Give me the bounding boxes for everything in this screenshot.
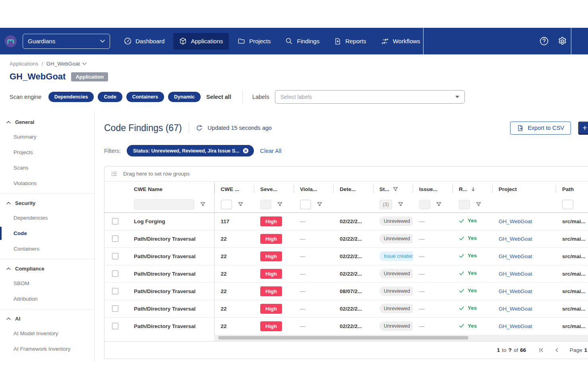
reachability-filter-input[interactable] [459, 200, 470, 209]
nav-items: Dashboard Applications Projects Findings… [118, 33, 426, 50]
cwe-name-filter-menu[interactable] [200, 202, 205, 207]
first-page-button[interactable] [539, 348, 544, 353]
previous-page-button[interactable] [554, 348, 559, 353]
status-filter-chip[interactable]: Status: Unreviewed, Reviewed, Jira Issue… [127, 145, 254, 156]
breadcrumb-applications[interactable]: Applications [10, 61, 39, 67]
add-button[interactable]: + [578, 122, 588, 135]
product-dropdown[interactable]: Guardians [23, 34, 110, 49]
status-filter-menu[interactable] [398, 202, 403, 207]
clear-all-filters-link[interactable]: Clear All [260, 148, 281, 154]
issue-filter-menu[interactable] [436, 202, 441, 207]
detected-date-cell: 02/22/2... [333, 317, 373, 335]
row-group-dropzone[interactable]: Drag here to set row groups [104, 166, 588, 182]
scan-engine-chip[interactable]: Dynamic [168, 92, 201, 102]
sidebar-section-header-security[interactable]: Security [0, 195, 94, 210]
status-filter-input[interactable] [379, 200, 392, 209]
column-header-project[interactable]: Project [492, 182, 556, 197]
column-header-reachability[interactable]: R... [453, 182, 492, 197]
nav-item-label: Dashboard [135, 38, 164, 44]
sidebar-section-header-ai[interactable]: AI [0, 311, 94, 326]
row-checkbox[interactable] [112, 253, 118, 259]
nav-item[interactable]: Dashboard [118, 33, 170, 50]
column-header-status[interactable]: St... [373, 182, 413, 197]
nav-item-label: Workflows [393, 38, 420, 44]
project-link[interactable]: GH_WebGoat [499, 236, 532, 242]
sidebar-item[interactable]: Containers [0, 241, 94, 257]
scan-engine-chip[interactable]: Code [98, 92, 122, 102]
help-button[interactable] [539, 36, 549, 46]
row-checkbox[interactable] [112, 323, 118, 329]
status-badge: Unreviewed [379, 269, 413, 278]
labels-select[interactable]: Select labels [275, 90, 465, 104]
sidebar-item[interactable]: Attribution [0, 291, 94, 307]
column-header-issue[interactable]: Issue... [413, 182, 453, 197]
row-checkbox[interactable] [112, 218, 118, 224]
sidebar-item[interactable]: Summary [0, 129, 94, 145]
project-link[interactable]: GH_WebGoat [499, 323, 532, 329]
column-header-path[interactable]: Path [556, 182, 588, 197]
row-checkbox[interactable] [112, 236, 118, 242]
violation-filter-input[interactable] [300, 200, 311, 209]
project-link[interactable]: GH_WebGoat [499, 288, 532, 294]
column-header-severity[interactable]: Seve... [254, 182, 294, 197]
nav-item[interactable]: Applications [173, 33, 229, 50]
severity-filter-input[interactable] [260, 200, 271, 209]
column-header-detected[interactable]: Dete... [333, 182, 373, 197]
scan-engine-chip[interactable]: Dependencies [48, 92, 94, 102]
sidebar-section-header-general[interactable]: General [0, 114, 94, 129]
check-icon [459, 270, 464, 276]
cwe-id-cell: 22 [214, 247, 254, 265]
severity-filter-menu[interactable] [277, 202, 282, 207]
project-link[interactable]: GH_WebGoat [499, 271, 532, 277]
sidebar-item[interactable]: Projects [0, 145, 94, 160]
cwe-name-cell: Path/Directory Traversal [134, 306, 195, 312]
project-link[interactable]: GH_WebGoat [499, 218, 532, 224]
row-checkbox[interactable] [112, 305, 118, 312]
scan-engine-chip[interactable]: Containers [126, 92, 164, 102]
refresh-button[interactable] [196, 125, 203, 131]
project-link[interactable]: GH_WebGoat [499, 306, 532, 312]
sidebar-item[interactable]: Violations [0, 176, 94, 191]
breadcrumb-current[interactable]: GH_WebGoat [46, 61, 87, 67]
sidebar-item[interactable]: Code [0, 226, 94, 241]
cwe-name-filter-input[interactable] [134, 199, 194, 210]
remove-filter-icon[interactable] [243, 148, 249, 154]
nav-item[interactable]: Findings [279, 33, 325, 50]
row-checkbox[interactable] [112, 270, 118, 277]
nav-item[interactable]: Reports [328, 33, 372, 50]
export-csv-button[interactable]: Export to CSV [510, 122, 571, 135]
funnel-icon [476, 202, 481, 207]
cwe-filter-menu[interactable] [238, 202, 243, 207]
detected-date-cell: 08/07/2... [333, 282, 373, 300]
path-filter-input[interactable] [562, 200, 573, 209]
cwe-name-cell: Path/Directory Traversal [134, 271, 195, 277]
sidebar-item[interactable]: Scans [0, 160, 94, 176]
nav-item[interactable]: Workflows [375, 33, 426, 50]
mend-logo[interactable] [5, 35, 17, 47]
sidebar-item[interactable]: Dependencies [0, 210, 94, 226]
select-all-button[interactable]: Select all [206, 94, 231, 100]
labels-label: Labels [252, 94, 269, 100]
column-header-cwe[interactable]: CWE ... [214, 182, 254, 197]
column-header-cwe-name[interactable]: CWE Name [128, 182, 214, 197]
settings-button[interactable] [557, 36, 567, 46]
sidebar-section-header-compliance[interactable]: Compliance [0, 261, 94, 276]
issue-filter-input[interactable] [419, 200, 430, 209]
cwe-name-cell: Path/Directory Traversal [134, 236, 195, 242]
sidebar-item[interactable]: SBOM [0, 276, 94, 291]
horizontal-scrollbar-track[interactable] [214, 335, 588, 341]
nav-item[interactable]: Projects [232, 33, 277, 50]
issue-cell: — [413, 212, 453, 230]
horizontal-scrollbar-thumb[interactable] [218, 336, 468, 340]
cwe-filter-input[interactable] [221, 200, 232, 209]
sidebar-item[interactable]: AI Framework Inventory [0, 341, 94, 357]
violation-filter-menu[interactable] [317, 202, 322, 207]
sidebar-item[interactable]: AI Model Inventory [0, 326, 94, 341]
row-checkbox[interactable] [112, 288, 118, 294]
severity-badge: High [260, 216, 282, 226]
reachability-filter-menu[interactable] [476, 202, 481, 207]
project-link[interactable]: GH_WebGoat [499, 253, 532, 259]
status-badge: Unreviewed [379, 304, 413, 313]
column-header-violation[interactable]: Viola... [294, 182, 333, 197]
pagination-controls: Page 1 [539, 347, 587, 353]
